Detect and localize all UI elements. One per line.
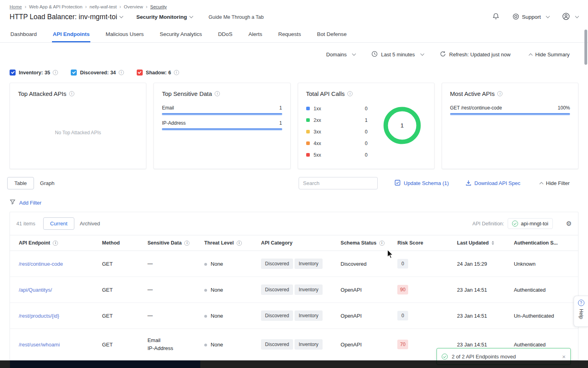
col-last-updated[interactable]: Last Updated — [457, 240, 488, 246]
security-monitoring-selector[interactable]: Security Monitoring — [136, 14, 187, 20]
col-api-endpoint[interactable]: API Endpoint — [19, 240, 50, 246]
guide-me-link[interactable]: Guide Me Through a Tab — [209, 14, 264, 20]
notifications-button[interactable] — [492, 12, 500, 22]
help-tab[interactable]: ? Help — [574, 296, 588, 327]
legend-label: 5xx — [314, 152, 321, 158]
current-view-button[interactable]: Current — [43, 217, 74, 230]
inventory-label: Inventory: — [19, 70, 43, 76]
table-row[interactable]: /rest/products/{id} GET — None Discovere… — [10, 303, 578, 329]
sort-icon[interactable] — [492, 241, 494, 245]
table-row[interactable]: /rest/continue-code GET — None Discovere… — [10, 251, 578, 277]
endpoint-link[interactable]: /rest/user/whoami — [19, 342, 60, 348]
tab-ddos[interactable]: DDoS — [217, 26, 233, 42]
endpoint-link[interactable]: /rest/continue-code — [19, 261, 63, 267]
title-row: HTTP Load Balancer: inv-mgmt-toi Securit… — [10, 12, 578, 22]
col-method[interactable]: Method — [102, 240, 120, 246]
legend-swatch-icon — [306, 141, 310, 145]
refresh-label: Refresh: Updated just now — [449, 52, 510, 58]
breadcrumb-waap[interactable]: Web App & API Protection — [29, 4, 82, 9]
legend-value: 1 — [365, 117, 378, 123]
top-header: Home › Web App & API Protection › nelly-… — [0, 0, 588, 22]
breadcrumb-security[interactable]: Security — [150, 4, 167, 9]
inventory-filter-checkbox[interactable]: Inventory: 35 i — [10, 70, 58, 76]
legend-value: 0 — [365, 152, 378, 158]
account-menu[interactable] — [562, 12, 578, 22]
domains-dropdown[interactable]: Domains — [326, 52, 355, 58]
hide-summary-toggle[interactable]: Hide Summary — [526, 52, 570, 58]
add-filter-button[interactable]: Add Filter — [0, 189, 588, 212]
legend-label: 3xx — [314, 129, 321, 135]
svg-text:1: 1 — [400, 122, 403, 129]
funnel-icon — [10, 199, 16, 206]
discovered-filter-checkbox[interactable]: Discovered: 34 i — [71, 70, 124, 76]
category-badge: Inventory — [295, 339, 322, 350]
table-view-button[interactable]: Table — [7, 177, 34, 189]
gear-icon[interactable]: ⚙ — [566, 221, 572, 227]
support-label: Support — [522, 14, 541, 20]
search-input[interactable] — [299, 177, 378, 189]
tab-bot-defense[interactable]: Bot Defense — [316, 26, 347, 42]
col-authentication-state[interactable]: Authentication S... — [514, 240, 558, 246]
info-icon: i — [379, 241, 385, 246]
shadow-count: 6 — [168, 70, 171, 76]
toast-close-icon[interactable]: × — [562, 353, 566, 360]
card-title: Total API Calls i — [306, 90, 426, 97]
graph-view-button[interactable]: Graph — [34, 177, 60, 189]
card-title: Most Active APIs i — [450, 90, 570, 97]
sensitive-data-cell: Email IP-Address — [144, 329, 200, 360]
tab-api-endpoints[interactable]: API Endpoints — [52, 26, 90, 42]
col-schema-status[interactable]: Schema Status — [341, 240, 377, 246]
toast-success-icon — [442, 354, 448, 360]
tab-malicious-users[interactable]: Malicious Users — [105, 26, 144, 42]
legend-label: 2xx — [314, 117, 321, 123]
tab-dashboard[interactable]: Dashboard — [10, 26, 38, 42]
col-api-category[interactable]: API Category — [261, 240, 293, 246]
col-risk-score[interactable]: Risk Score — [397, 240, 423, 246]
tab-alerts[interactable]: Alerts — [247, 26, 263, 42]
time-range-label: Last 5 minutes — [381, 52, 415, 58]
breadcrumb-overview[interactable]: Overview — [124, 4, 143, 9]
risk-score-badge: 90 — [397, 285, 408, 294]
refresh-button[interactable]: Refresh: Updated just now — [440, 51, 510, 58]
shadow-checkbox-icon — [137, 70, 143, 76]
summary-cards: Top Attacked APIs i No Top Attacked APIs… — [0, 76, 588, 169]
api-definition-value[interactable]: api-mngt-toi — [508, 218, 553, 229]
archived-view-button[interactable]: Archived — [74, 218, 106, 229]
metric-label: Email — [162, 105, 174, 111]
breadcrumb-home[interactable]: Home — [10, 4, 22, 9]
legend-label: 4xx — [314, 141, 321, 146]
add-filter-label: Add Filter — [19, 200, 42, 206]
threat-level-cell: None — [211, 287, 223, 293]
endpoint-link[interactable]: /rest/products/{id} — [19, 313, 59, 319]
method-cell: GET — [98, 277, 144, 303]
download-api-spec-button[interactable]: Download API Spec — [466, 180, 520, 187]
scrollbar-thumb[interactable] — [584, 30, 587, 65]
shadow-filter-checkbox[interactable]: Shadow: 6 i — [137, 70, 179, 76]
col-sensitive-data[interactable]: Sensitive Data — [147, 240, 181, 246]
table-row[interactable]: /api/Quantitys/ GET — None DiscoveredInv… — [10, 277, 578, 303]
hide-filter-toggle[interactable]: Hide Filter — [537, 180, 570, 186]
api-definition-label: API Definition: — [472, 221, 504, 227]
refresh-icon — [440, 51, 446, 58]
breadcrumb-namespace[interactable]: nelly-waf-test — [90, 4, 117, 9]
category-badge: Discovered — [261, 310, 293, 321]
time-range-dropdown[interactable]: Last 5 minutes — [371, 51, 424, 58]
support-menu[interactable]: Support — [512, 13, 549, 21]
api-endpoints-table-panel: 41 items Current Archived API Definition… — [10, 212, 578, 368]
info-icon: i — [184, 241, 189, 246]
last-updated-cell: 23 Jan 14:51 — [453, 277, 510, 303]
update-schema-button[interactable]: Update Schema (1) — [395, 179, 449, 187]
threat-dot-icon — [204, 344, 207, 346]
col-threat-level[interactable]: Threat Level — [204, 240, 234, 246]
breadcrumb-separator-icon: › — [120, 4, 121, 10]
top-sensitive-data-card: Top Sensitive Data i Email 1 IP-Address … — [153, 83, 290, 169]
card-title: Top Attacked APIs i — [18, 90, 138, 97]
title-chevron-down-icon[interactable] — [120, 14, 124, 18]
tab-bar: Dashboard API Endpoints Malicious Users … — [0, 26, 588, 43]
view-chevron-down-icon[interactable] — [189, 14, 193, 18]
legend-swatch-icon — [306, 118, 310, 122]
tab-requests[interactable]: Requests — [277, 26, 302, 42]
tab-security-analytics[interactable]: Security Analytics — [159, 26, 203, 42]
info-icon: i — [174, 70, 179, 75]
endpoint-link[interactable]: /api/Quantitys/ — [19, 287, 52, 293]
